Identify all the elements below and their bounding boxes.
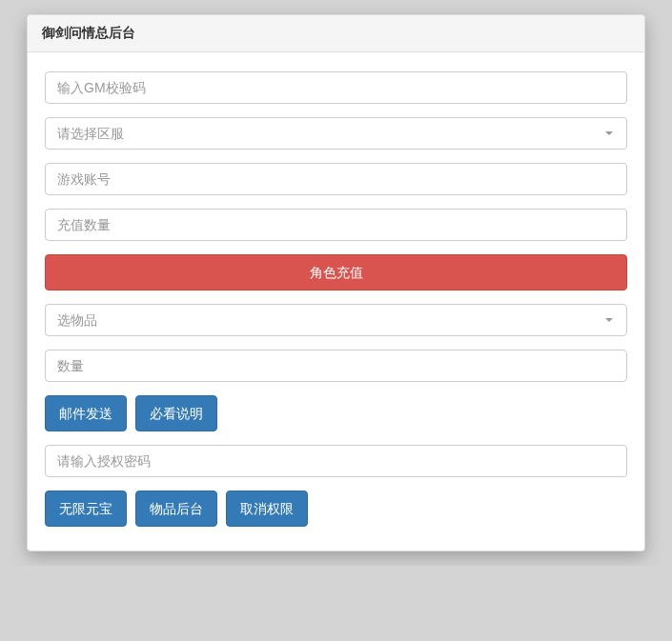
item-select[interactable]: 选物品 <box>45 304 627 336</box>
quantity-input[interactable] <box>45 350 627 382</box>
cancel-auth-button[interactable]: 取消权限 <box>226 491 308 527</box>
panel-body: 请选择区服 角色充值 选物品 邮件发送 必看说明 无限元宝 物品后台 取消权限 <box>28 52 644 551</box>
admin-panel: 御剑问情总后台 请选择区服 角色充值 选物品 邮件发送 必看说明 无限元宝 物品… <box>27 14 645 551</box>
gm-code-input[interactable] <box>45 71 627 104</box>
game-account-input[interactable] <box>45 163 627 195</box>
role-recharge-button[interactable]: 角色充值 <box>45 254 627 290</box>
server-select-label: 请选择区服 <box>57 124 124 143</box>
item-backend-button[interactable]: 物品后台 <box>135 491 217 527</box>
panel-title: 御剑问情总后台 <box>28 15 644 52</box>
recharge-amount-input[interactable] <box>45 209 627 241</box>
auth-button-group: 无限元宝 物品后台 取消权限 <box>45 491 627 527</box>
server-select[interactable]: 请选择区服 <box>45 117 627 150</box>
mail-button-group: 邮件发送 必看说明 <box>45 395 627 431</box>
mail-send-button[interactable]: 邮件发送 <box>45 395 127 431</box>
item-select-label: 选物品 <box>57 310 97 330</box>
caret-down-icon <box>605 131 613 135</box>
must-read-button[interactable]: 必看说明 <box>135 395 217 431</box>
unlimited-yuanbao-button[interactable]: 无限元宝 <box>45 491 127 527</box>
auth-password-input[interactable] <box>45 445 627 477</box>
caret-down-icon <box>605 318 613 322</box>
